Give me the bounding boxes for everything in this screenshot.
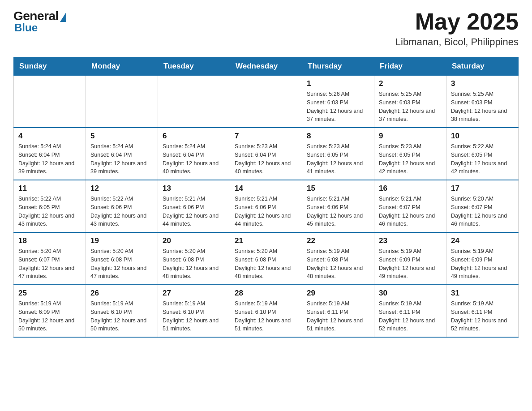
day-cell-22: 22Sunrise: 5:19 AMSunset: 6:08 PMDayligh… [302, 232, 374, 285]
day-number: 17 [451, 184, 514, 193]
month-title: May 2025 [395, 9, 519, 34]
day-number: 8 [307, 132, 369, 141]
day-cell-6: 6Sunrise: 5:24 AMSunset: 6:04 PMDaylight… [158, 128, 230, 180]
day-cell-16: 16Sunrise: 5:21 AMSunset: 6:07 PMDayligh… [374, 180, 446, 232]
day-number: 25 [18, 289, 81, 298]
day-cell-14: 14Sunrise: 5:21 AMSunset: 6:06 PMDayligh… [230, 180, 302, 232]
day-cell-27: 27Sunrise: 5:19 AMSunset: 6:10 PMDayligh… [158, 285, 230, 337]
page-header: General Blue May 2025 Libmanan, Bicol, P… [13, 9, 519, 48]
day-info: Sunrise: 5:22 AMSunset: 6:06 PMDaylight:… [90, 195, 153, 228]
day-number: 24 [451, 236, 514, 245]
day-number: 23 [379, 236, 442, 245]
day-info: Sunrise: 5:19 AMSunset: 6:10 PMDaylight:… [235, 300, 297, 333]
day-number: 14 [235, 184, 297, 193]
day-cell-15: 15Sunrise: 5:21 AMSunset: 6:06 PMDayligh… [302, 180, 374, 232]
header-monday: Monday [86, 57, 158, 76]
logo: General Blue [13, 9, 66, 34]
day-info: Sunrise: 5:21 AMSunset: 6:06 PMDaylight:… [307, 195, 369, 228]
empty-cell [86, 76, 158, 128]
header-sunday: Sunday [14, 57, 86, 76]
day-number: 6 [163, 132, 225, 141]
header-friday: Friday [374, 57, 446, 76]
day-number: 1 [307, 79, 369, 88]
day-info: Sunrise: 5:19 AMSunset: 6:11 PMDaylight:… [451, 300, 514, 333]
week-row-2: 4Sunrise: 5:24 AMSunset: 6:04 PMDaylight… [14, 128, 519, 180]
day-number: 27 [163, 289, 225, 298]
logo-triangle-icon [60, 12, 66, 22]
day-number: 15 [307, 184, 369, 193]
day-cell-1: 1Sunrise: 5:26 AMSunset: 6:03 PMDaylight… [302, 76, 374, 128]
day-cell-12: 12Sunrise: 5:22 AMSunset: 6:06 PMDayligh… [86, 180, 158, 232]
day-cell-17: 17Sunrise: 5:20 AMSunset: 6:07 PMDayligh… [446, 180, 519, 232]
week-row-3: 11Sunrise: 5:22 AMSunset: 6:05 PMDayligh… [14, 180, 519, 232]
day-number: 11 [18, 184, 81, 193]
day-cell-3: 3Sunrise: 5:25 AMSunset: 6:03 PMDaylight… [446, 76, 519, 128]
day-info: Sunrise: 5:19 AMSunset: 6:09 PMDaylight:… [18, 300, 81, 333]
day-cell-29: 29Sunrise: 5:19 AMSunset: 6:11 PMDayligh… [302, 285, 374, 337]
day-cell-24: 24Sunrise: 5:19 AMSunset: 6:09 PMDayligh… [446, 232, 519, 285]
day-number: 31 [451, 289, 514, 298]
logo-blue-text: Blue [14, 21, 38, 34]
day-cell-30: 30Sunrise: 5:19 AMSunset: 6:11 PMDayligh… [374, 285, 446, 337]
day-number: 21 [235, 236, 297, 245]
location-text: Libmanan, Bicol, Philippines [395, 36, 519, 48]
day-info: Sunrise: 5:20 AMSunset: 6:07 PMDaylight:… [451, 195, 514, 228]
day-cell-26: 26Sunrise: 5:19 AMSunset: 6:10 PMDayligh… [86, 285, 158, 337]
header-tuesday: Tuesday [158, 57, 230, 76]
day-number: 16 [379, 184, 442, 193]
day-number: 18 [18, 236, 81, 245]
day-number: 29 [307, 289, 369, 298]
header-wednesday: Wednesday [230, 57, 302, 76]
day-info: Sunrise: 5:22 AMSunset: 6:05 PMDaylight:… [451, 142, 514, 176]
day-cell-2: 2Sunrise: 5:25 AMSunset: 6:03 PMDaylight… [374, 76, 446, 128]
week-row-4: 18Sunrise: 5:20 AMSunset: 6:07 PMDayligh… [14, 232, 519, 285]
day-cell-8: 8Sunrise: 5:23 AMSunset: 6:05 PMDaylight… [302, 128, 374, 180]
day-cell-9: 9Sunrise: 5:23 AMSunset: 6:05 PMDaylight… [374, 128, 446, 180]
day-cell-10: 10Sunrise: 5:22 AMSunset: 6:05 PMDayligh… [446, 128, 519, 180]
day-cell-21: 21Sunrise: 5:20 AMSunset: 6:08 PMDayligh… [230, 232, 302, 285]
day-number: 2 [379, 79, 442, 88]
day-info: Sunrise: 5:23 AMSunset: 6:04 PMDaylight:… [235, 142, 297, 176]
day-info: Sunrise: 5:21 AMSunset: 6:06 PMDaylight:… [163, 195, 225, 228]
day-info: Sunrise: 5:24 AMSunset: 6:04 PMDaylight:… [90, 142, 153, 176]
day-info: Sunrise: 5:19 AMSunset: 6:08 PMDaylight:… [307, 247, 369, 281]
empty-cell [14, 76, 86, 128]
day-number: 13 [163, 184, 225, 193]
day-number: 28 [235, 289, 297, 298]
title-block: May 2025 Libmanan, Bicol, Philippines [395, 9, 519, 48]
week-row-5: 25Sunrise: 5:19 AMSunset: 6:09 PMDayligh… [14, 285, 519, 337]
day-number: 30 [379, 289, 442, 298]
day-cell-4: 4Sunrise: 5:24 AMSunset: 6:04 PMDaylight… [14, 128, 86, 180]
day-info: Sunrise: 5:19 AMSunset: 6:10 PMDaylight:… [90, 300, 153, 333]
day-info: Sunrise: 5:20 AMSunset: 6:07 PMDaylight:… [18, 247, 81, 281]
day-info: Sunrise: 5:19 AMSunset: 6:10 PMDaylight:… [163, 300, 225, 333]
day-info: Sunrise: 5:19 AMSunset: 6:09 PMDaylight:… [379, 247, 442, 281]
day-info: Sunrise: 5:24 AMSunset: 6:04 PMDaylight:… [18, 142, 81, 176]
day-info: Sunrise: 5:19 AMSunset: 6:11 PMDaylight:… [307, 300, 369, 333]
day-cell-11: 11Sunrise: 5:22 AMSunset: 6:05 PMDayligh… [14, 180, 86, 232]
day-info: Sunrise: 5:23 AMSunset: 6:05 PMDaylight:… [379, 142, 442, 176]
day-cell-5: 5Sunrise: 5:24 AMSunset: 6:04 PMDaylight… [86, 128, 158, 180]
week-row-1: 1Sunrise: 5:26 AMSunset: 6:03 PMDaylight… [14, 76, 519, 128]
day-cell-7: 7Sunrise: 5:23 AMSunset: 6:04 PMDaylight… [230, 128, 302, 180]
day-number: 7 [235, 132, 297, 141]
day-cell-20: 20Sunrise: 5:20 AMSunset: 6:08 PMDayligh… [158, 232, 230, 285]
day-number: 12 [90, 184, 153, 193]
day-info: Sunrise: 5:26 AMSunset: 6:03 PMDaylight:… [307, 90, 369, 124]
day-info: Sunrise: 5:21 AMSunset: 6:07 PMDaylight:… [379, 195, 442, 228]
day-info: Sunrise: 5:19 AMSunset: 6:11 PMDaylight:… [379, 300, 442, 333]
empty-cell [230, 76, 302, 128]
day-number: 20 [163, 236, 225, 245]
day-info: Sunrise: 5:23 AMSunset: 6:05 PMDaylight:… [307, 142, 369, 176]
day-info: Sunrise: 5:22 AMSunset: 6:05 PMDaylight:… [18, 195, 81, 228]
day-number: 3 [451, 79, 514, 88]
day-info: Sunrise: 5:25 AMSunset: 6:03 PMDaylight:… [379, 90, 442, 124]
day-number: 26 [90, 289, 153, 298]
day-info: Sunrise: 5:21 AMSunset: 6:06 PMDaylight:… [235, 195, 297, 228]
day-info: Sunrise: 5:25 AMSunset: 6:03 PMDaylight:… [451, 90, 514, 124]
day-number: 5 [90, 132, 153, 141]
day-number: 9 [379, 132, 442, 141]
day-number: 22 [307, 236, 369, 245]
day-cell-28: 28Sunrise: 5:19 AMSunset: 6:10 PMDayligh… [230, 285, 302, 337]
empty-cell [158, 76, 230, 128]
